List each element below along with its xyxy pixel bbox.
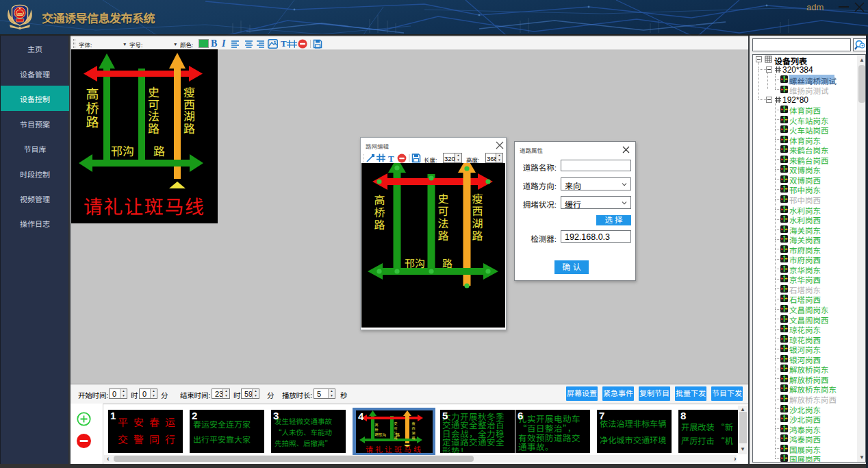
svg-text:路: 路 [396,432,400,438]
svg-text:请礼让斑马线: 请礼让斑马线 [366,443,423,453]
svg-text:邗沟: 邗沟 [378,432,386,438]
svg-text:T: T [388,153,394,163]
svg-text:瘦西湖路: 瘦西湖路 [411,421,416,440]
